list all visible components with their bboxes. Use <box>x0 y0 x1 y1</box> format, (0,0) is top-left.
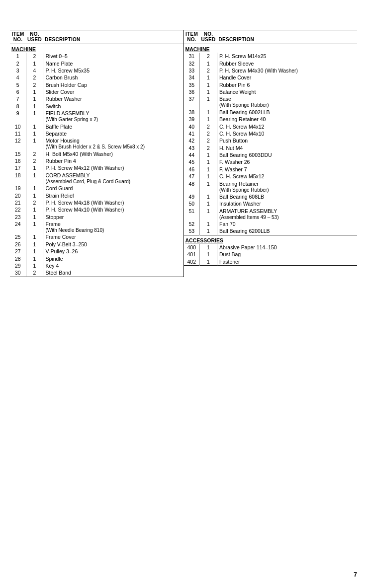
item-description: Motor Housing(With Brush Holder x 2 & S.… <box>43 137 184 150</box>
item-number: 1 <box>10 53 26 60</box>
accessories-section: ACCESSORIES <box>184 235 358 244</box>
item-qty: 1 <box>26 137 43 150</box>
item-number: 5 <box>10 81 26 88</box>
item-number: 45 <box>184 158 200 165</box>
item-description: Fan 70 <box>217 220 357 227</box>
item-description: FIELD ASSEMBLY(With Garter Spring x 2) <box>43 110 184 123</box>
right-table-row: 521Fan 70 <box>184 220 358 227</box>
item-description: Key 4 <box>43 262 184 269</box>
item-number: 28 <box>10 255 26 262</box>
left-machine-label: MACHINE <box>10 44 184 53</box>
left-table-row: 251Frame Cover <box>10 233 184 240</box>
item-number: 20 <box>10 192 26 199</box>
item-qty: 1 <box>200 109 217 116</box>
item-number: 26 <box>10 241 26 248</box>
accessories-table-row: 4021Fastener <box>184 258 358 265</box>
item-qty: 1 <box>26 255 43 262</box>
item-number: 10 <box>10 123 26 130</box>
item-qty: 1 <box>26 110 43 123</box>
item-qty: 2 <box>26 199 43 206</box>
item-qty: 1 <box>200 220 217 227</box>
right-header-no: NO.USED <box>200 30 217 44</box>
item-qty: 1 <box>200 244 217 251</box>
item-description: Dust Bag <box>217 251 357 258</box>
right-table-row: 341Handle Cover <box>184 74 358 81</box>
item-description: Bearing Retainer(With Sponge Rubber) <box>217 180 357 193</box>
right-table-row: 471C. H. Screw M5x12 <box>184 173 358 180</box>
page-number: 7 <box>354 571 357 578</box>
item-number: 34 <box>184 74 200 81</box>
right-table-row: 321Rubber Sleeve <box>184 60 358 67</box>
left-table-row: 231Stopper <box>10 214 184 220</box>
right-header-row: ITEMNO. NO.USED DESCRIPTION <box>184 30 358 44</box>
item-qty: 1 <box>200 88 217 95</box>
item-qty: 1 <box>200 251 217 258</box>
item-number: 2 <box>10 60 26 67</box>
item-description: Ball Bearing 608LB <box>217 193 357 200</box>
left-table-row: 81Switch <box>10 103 184 110</box>
left-header-row: ITEMNO. NO.USED DESCRIPTION <box>10 30 184 44</box>
item-description: P. H. Screw M4x12 (With Washer) <box>43 164 184 171</box>
item-description: ARMATURE ASSEMBLY(Assembled Items 49 – 5… <box>217 208 357 220</box>
item-description: P. H. Screw M14x25 <box>217 53 357 60</box>
right-table-row: 391Bearing Retainer 40 <box>184 116 358 123</box>
left-table-row: 181CORD ASSEMBLY(Assembled Cord, Plug & … <box>10 172 184 185</box>
item-qty: 1 <box>200 81 217 88</box>
item-description: Rubber Pin 6 <box>217 81 357 88</box>
left-table-row: 34P. H. Screw M5x35 <box>10 67 184 74</box>
item-qty: 1 <box>200 200 217 207</box>
right-table-row: 312P. H. Screw M14x25 <box>184 53 358 60</box>
left-table-row: 111Separate <box>10 130 184 137</box>
left-table-row: 61Slider Cover <box>10 88 184 95</box>
item-description: V-Pulley 3–26 <box>43 248 184 255</box>
item-number: 12 <box>10 137 26 150</box>
item-description: Rivet 0–5 <box>43 53 184 60</box>
right-table-row: 402C. H. Screw M4x12 <box>184 123 358 130</box>
left-table-row: 71Rubber Washer <box>10 95 184 102</box>
item-description: Strain Relief <box>43 192 184 199</box>
item-description: C. H. Screw M5x12 <box>217 173 357 180</box>
item-qty: 1 <box>200 74 217 81</box>
right-table-row: 491Ball Bearing 608LB <box>184 193 358 200</box>
left-table-row: 101Baffle Plate <box>10 123 184 130</box>
item-qty: 1 <box>26 248 43 255</box>
item-description: Insulation Washer <box>217 200 357 207</box>
item-description: F. Washer 26 <box>217 158 357 165</box>
item-description: F. Washer 7 <box>217 166 357 173</box>
item-qty: 1 <box>200 227 217 235</box>
item-number: 24 <box>10 220 26 233</box>
item-number: 46 <box>184 166 200 173</box>
item-description: H. Bolt M5x40 (With Washer) <box>43 150 184 157</box>
item-description: Carbon Brush <box>43 74 184 81</box>
left-table-row: 91FIELD ASSEMBLY(With Garter Spring x 2) <box>10 110 184 123</box>
right-table-row: 381Ball Bearing 6002LLB <box>184 109 358 116</box>
left-table-row: 221P. H. Screw M4x10 (With Washer) <box>10 206 184 213</box>
item-number: 27 <box>10 248 26 255</box>
item-description: Ball Bearing 6002LLB <box>217 109 357 116</box>
left-table-row: 42Carbon Brush <box>10 74 184 81</box>
item-description: Balance Weight <box>217 88 357 95</box>
item-number: 18 <box>10 172 26 185</box>
item-qty: 2 <box>26 157 43 164</box>
right-table-row: 531Ball Bearing 6200LLB <box>184 227 358 235</box>
left-table-row: 212P. H. Screw M4x18 (With Washer) <box>10 199 184 206</box>
item-number: 48 <box>184 180 200 193</box>
left-table-row: 271V-Pulley 3–26 <box>10 248 184 255</box>
item-qty: 2 <box>200 53 217 60</box>
item-description: Handle Cover <box>217 74 357 81</box>
right-table-row: 412C. H. Screw M4x10 <box>184 130 358 137</box>
item-description: P. H. Screw M4x18 (With Washer) <box>43 199 184 206</box>
item-description: Frame Cover <box>43 233 184 240</box>
right-table-row: 441Ball Bearing 6003DDU <box>184 151 358 158</box>
item-description: C. H. Screw M4x10 <box>217 130 357 137</box>
item-number: 43 <box>184 145 200 151</box>
item-qty: 1 <box>200 258 217 265</box>
right-table-row: 461F. Washer 7 <box>184 166 358 173</box>
item-number: 51 <box>184 208 200 220</box>
item-number: 35 <box>184 81 200 88</box>
right-machine-section: MACHINE <box>184 44 358 53</box>
left-machine-section: MACHINE <box>10 44 184 53</box>
item-number: 401 <box>184 251 200 258</box>
item-description: Rubber Sleeve <box>217 60 357 67</box>
accessories-table-row: 4001Abrasive Paper 114–150 <box>184 244 358 251</box>
